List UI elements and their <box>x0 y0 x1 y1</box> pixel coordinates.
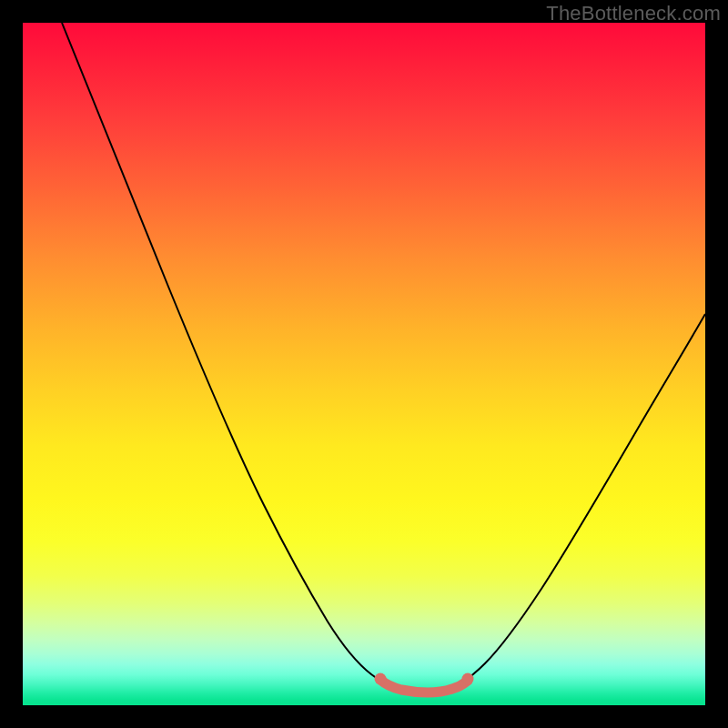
chart-svg <box>23 23 705 705</box>
bottleneck-curve <box>62 23 705 692</box>
plot-area <box>23 23 705 705</box>
chart-frame: TheBottleneck.com <box>0 0 728 728</box>
watermark-text: TheBottleneck.com <box>546 2 721 25</box>
optimal-marker-dot-left <box>375 673 387 685</box>
optimal-marker-line <box>380 680 468 693</box>
optimal-marker-dot-right <box>462 673 474 685</box>
